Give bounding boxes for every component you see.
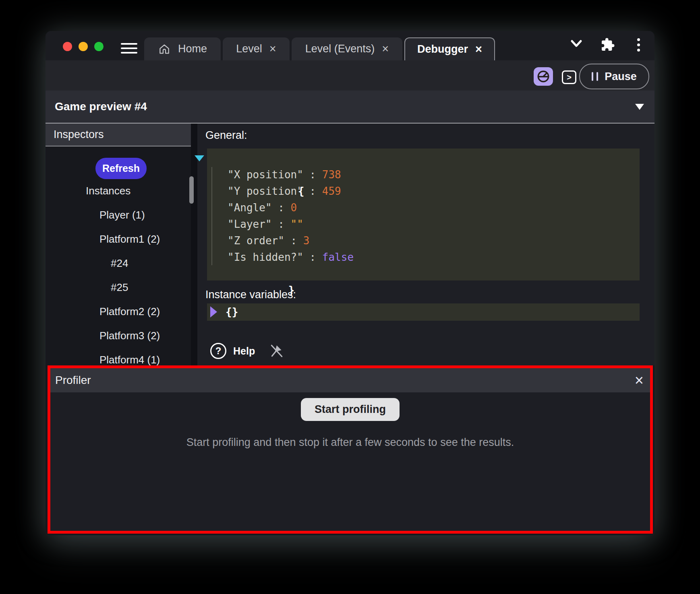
sidebar-scrollbar[interactable] — [189, 176, 194, 204]
start-profiling-button[interactable]: Start profiling — [301, 398, 400, 421]
profiler-panel: Profiler × Start profiling Start profili… — [48, 365, 653, 534]
debugger-content: Inspectors Refresh InstancesPlayer (1)Pl… — [46, 124, 654, 365]
profiler-title: Profiler — [55, 374, 91, 387]
profiler-close-button[interactable]: × — [635, 373, 644, 388]
tab-label: Home — [178, 43, 207, 55]
tab-home[interactable]: Home — [144, 37, 221, 60]
tab-label: Level — [236, 43, 262, 55]
menu-icon[interactable] — [121, 43, 137, 54]
json-entry-row: "Layer" : "" — [207, 216, 640, 233]
tab-level[interactable]: Level × — [223, 37, 290, 60]
debugger-toolbar: > Pause — [46, 60, 654, 91]
dropdown-caret-icon[interactable] — [635, 104, 644, 110]
instance-variables-label: Instance variables: — [205, 289, 296, 301]
inspectors-header: Inspectors — [46, 124, 191, 146]
profiler-body: Start profiling Start profiling and then… — [50, 392, 650, 531]
game-preview-header[interactable]: Game preview #4 — [46, 91, 654, 124]
tree-item[interactable]: Player (1) — [46, 203, 191, 227]
unpin-icon[interactable] — [269, 344, 284, 358]
expander-collapsed-icon[interactable] — [210, 306, 217, 318]
app-window: Home Level × Level (Events) × Debugger × — [46, 31, 654, 535]
inspectors-sidebar: Inspectors Refresh InstancesPlayer (1)Pl… — [46, 124, 191, 365]
tab-close-icon[interactable]: × — [269, 43, 276, 55]
refresh-button[interactable]: Refresh — [95, 158, 147, 179]
tab-close-icon[interactable]: × — [475, 43, 482, 55]
instance-variables-viewer: {} — [207, 303, 640, 321]
expander-open-icon[interactable] — [195, 155, 204, 161]
tab-close-icon[interactable]: × — [382, 43, 389, 55]
pause-label: Pause — [605, 70, 637, 83]
general-label: General: — [205, 129, 247, 142]
tab-debugger[interactable]: Debugger × — [404, 37, 495, 60]
inspectors-body: Refresh InstancesPlayer (1)Platform1 (2)… — [46, 147, 191, 365]
help-icon[interactable]: ? — [210, 343, 226, 359]
open-brace: { — [298, 185, 304, 197]
json-entry-row: "Z order" : 3 — [207, 233, 640, 249]
instances-tree: InstancesPlayer (1)Platform1 (2)#24#25Pl… — [46, 179, 191, 372]
tab-label: Debugger — [417, 43, 468, 56]
tree-item[interactable]: Platform3 (2) — [46, 324, 191, 348]
profiler-header: Profiler × — [50, 368, 650, 392]
json-open-brace-row: { — [207, 150, 640, 167]
json-entry-row: "Is hidden?" : false — [207, 249, 640, 266]
profiler-toggle-button[interactable] — [534, 67, 553, 86]
pause-icon — [592, 72, 598, 81]
tab-bar: Home Level × Level (Events) × Debugger × — [144, 37, 495, 60]
game-preview-title: Game preview #4 — [55, 91, 147, 123]
instance-variables-value: {} — [226, 306, 238, 318]
tab-label: Level (Events) — [305, 43, 375, 55]
json-close-brace-row: } — [207, 266, 640, 282]
extensions-puzzle-icon[interactable] — [601, 37, 615, 52]
console-button[interactable]: > — [562, 70, 576, 84]
desktop-background: Home Level × Level (Events) × Debugger × — [0, 0, 700, 594]
help-button[interactable]: Help — [233, 345, 255, 357]
close-window-button[interactable] — [63, 42, 72, 51]
tree-item[interactable]: Platform2 (2) — [46, 299, 191, 324]
profiler-hint-text: Start profiling and then stop it after a… — [186, 436, 514, 449]
maximize-window-button[interactable] — [94, 42, 104, 51]
tree-item[interactable]: #24 — [46, 251, 191, 275]
tab-level-events[interactable]: Level (Events) × — [292, 37, 402, 60]
home-icon — [158, 43, 171, 56]
general-json-viewer: { "X position" : 738"Y position" : 459"A… — [207, 148, 640, 280]
tree-item[interactable]: Platform1 (2) — [46, 227, 191, 251]
tree-item[interactable]: #25 — [46, 275, 191, 299]
gauge-icon — [536, 69, 551, 84]
pause-button[interactable]: Pause — [579, 64, 649, 89]
console-icon: > — [567, 73, 572, 81]
indent-guide — [211, 167, 212, 265]
minimize-window-button[interactable] — [79, 42, 88, 51]
help-row: ? Help — [210, 343, 284, 359]
tree-item[interactable]: Instances — [46, 179, 191, 203]
titlebar: Home Level × Level (Events) × Debugger × — [46, 31, 654, 60]
instance-variables-row: {} — [207, 303, 640, 321]
inspectors-title: Inspectors — [54, 128, 104, 141]
overflow-menu-icon[interactable] — [637, 38, 640, 54]
chevron-down-icon[interactable] — [570, 39, 582, 49]
inspector-detail-panel: General: { "X position" : 738"Y position… — [197, 124, 654, 365]
